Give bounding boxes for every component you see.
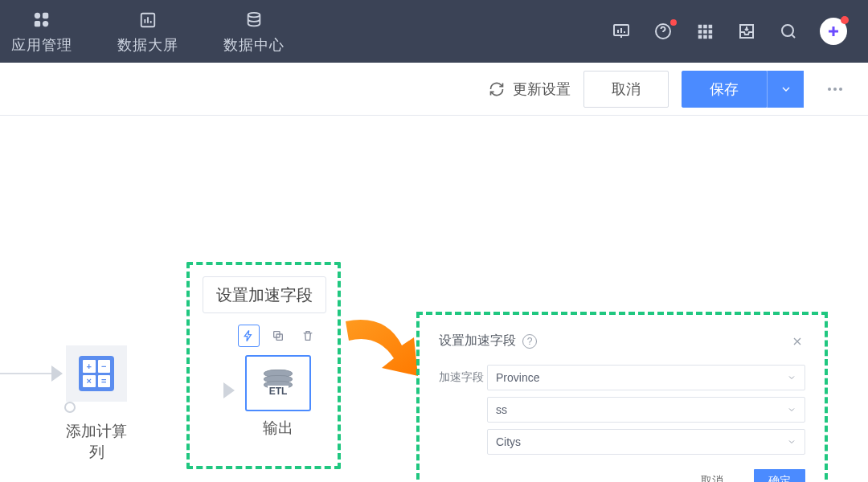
field-label: 加速字段 <box>439 370 487 385</box>
dialog-footer: 取消 确定 <box>428 458 817 482</box>
field-select-1[interactable]: ss <box>487 397 805 423</box>
edge <box>0 373 51 374</box>
callout-arrow-icon <box>338 313 426 386</box>
svg-point-21 <box>833 88 837 91</box>
copy-icon <box>272 329 285 342</box>
node-add-computed-column[interactable]: +−×= 添加计算列 <box>64 345 129 463</box>
delete-button[interactable] <box>297 325 318 347</box>
dialog-confirm-button[interactable]: 确定 <box>754 469 805 482</box>
tooltip-text: 设置加速字段 <box>216 284 313 306</box>
svg-point-22 <box>839 88 842 91</box>
svg-rect-8 <box>698 25 702 29</box>
node-mini-toolbar <box>238 325 318 347</box>
more-icon <box>825 80 845 99</box>
svg-rect-9 <box>703 25 707 29</box>
field-select-2[interactable]: Citys <box>487 429 805 455</box>
top-nav-right <box>611 18 858 45</box>
nav-item-label: 数据中心 <box>223 35 285 55</box>
accelerate-button[interactable] <box>238 325 260 347</box>
nav-item-datacenter[interactable]: 数据中心 <box>212 0 296 63</box>
close-icon <box>791 335 804 348</box>
node-label: 添加计算列 <box>64 421 129 463</box>
help-icon[interactable] <box>653 21 674 42</box>
svg-rect-10 <box>709 25 713 29</box>
action-bar: 更新设置 取消 保存 <box>0 63 868 116</box>
dialog-header: 设置加速字段 ? <box>428 325 817 360</box>
node-box: +−×= <box>66 345 127 402</box>
avatar[interactable] <box>820 18 847 45</box>
svg-rect-11 <box>698 30 702 34</box>
svg-point-5 <box>248 13 260 18</box>
top-nav-left: 应用管理 数据大屏 数据中心 <box>0 0 296 63</box>
cancel-button[interactable]: 取消 <box>583 71 669 108</box>
nav-item-apps[interactable]: 应用管理 <box>0 0 84 63</box>
svg-point-0 <box>35 13 40 18</box>
more-button[interactable] <box>817 80 854 99</box>
nav-item-label: 数据大屏 <box>117 35 178 55</box>
cancel-label: 取消 <box>612 80 641 99</box>
field-select-0[interactable]: Province <box>487 365 805 390</box>
dialog-cancel-label: 取消 <box>701 474 723 482</box>
node-box: ETL <box>245 355 311 411</box>
search-icon[interactable] <box>778 21 799 42</box>
chevron-down-icon <box>787 373 796 382</box>
svg-rect-14 <box>698 35 702 39</box>
dialog-confirm-label: 确定 <box>768 474 791 482</box>
svg-rect-19 <box>833 27 835 36</box>
save-button-group: 保存 <box>682 71 804 108</box>
save-label: 保存 <box>710 80 739 99</box>
refresh-icon <box>489 81 505 97</box>
dialog-row: ss <box>428 394 817 426</box>
dialog-cancel-button[interactable]: 取消 <box>686 469 738 482</box>
dialog-row: Citys <box>428 426 817 458</box>
select-value: ss <box>496 403 507 416</box>
svg-point-3 <box>43 21 48 27</box>
chevron-down-icon <box>787 405 796 415</box>
bolt-icon <box>242 329 255 342</box>
calculator-icon: +−×= <box>79 356 114 391</box>
accelerate-fields-dialog: 设置加速字段 ? 加速字段 Province ss Citys <box>428 325 817 482</box>
dialog-row: 加速字段 Province <box>428 362 817 394</box>
etl-database-icon: ETL <box>264 370 293 397</box>
inbox-icon[interactable] <box>736 21 757 42</box>
chevron-down-icon <box>787 437 796 447</box>
copy-button[interactable] <box>268 325 289 347</box>
save-dropdown[interactable] <box>767 71 804 108</box>
refresh-settings[interactable]: 更新设置 <box>489 80 571 99</box>
flow-canvas[interactable]: +−×= 添加计算列 设置加速字段 ETL <box>0 116 868 482</box>
trash-icon <box>301 329 314 342</box>
svg-rect-16 <box>709 35 713 39</box>
chevron-down-icon <box>780 83 792 96</box>
node-output[interactable]: ETL 输出 <box>238 325 318 439</box>
svg-rect-2 <box>35 21 40 27</box>
help-icon[interactable]: ? <box>522 334 537 349</box>
refresh-label: 更新设置 <box>513 80 571 99</box>
dashboard-icon <box>135 10 161 31</box>
notification-dot <box>670 19 677 26</box>
port-in <box>51 366 63 382</box>
select-value: Province <box>496 371 539 384</box>
svg-point-20 <box>828 88 831 91</box>
nav-item-label: 应用管理 <box>11 35 72 55</box>
etl-text: ETL <box>268 386 289 397</box>
nav-item-dashboard[interactable]: 数据大屏 <box>106 0 190 63</box>
node-tooltip: 设置加速字段 <box>203 276 326 313</box>
svg-rect-1 <box>43 13 48 18</box>
top-nav: 应用管理 数据大屏 数据中心 <box>0 0 868 63</box>
apps-icon <box>29 10 55 31</box>
svg-rect-13 <box>709 30 713 34</box>
presentation-icon[interactable] <box>611 21 632 42</box>
save-button[interactable]: 保存 <box>682 71 767 108</box>
svg-point-17 <box>782 25 793 36</box>
dialog-title: 设置加速字段 <box>439 333 516 349</box>
select-value: Citys <box>496 435 521 448</box>
notification-dot <box>841 16 849 24</box>
svg-rect-12 <box>703 30 707 34</box>
node-label: 输出 <box>238 418 318 439</box>
apps-grid-icon[interactable] <box>694 21 715 42</box>
database-icon <box>241 10 267 31</box>
close-button[interactable] <box>789 333 805 349</box>
svg-rect-15 <box>703 35 707 39</box>
port-out[interactable] <box>64 402 76 413</box>
port-in <box>223 382 235 398</box>
